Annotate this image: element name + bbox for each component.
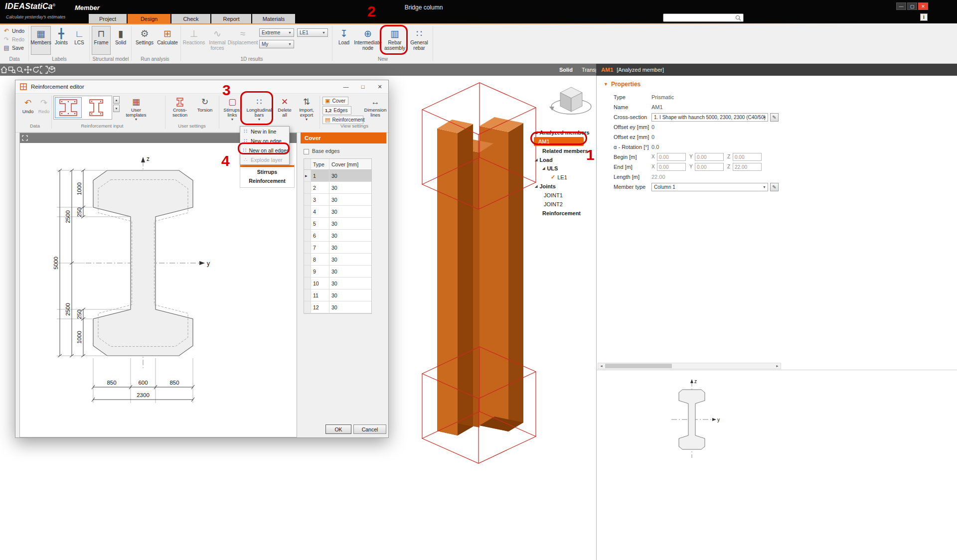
minimize-button[interactable]: — — [896, 2, 906, 10]
end-y-input[interactable]: 0.00 — [695, 163, 724, 171]
menu-item-explode-layer[interactable]: ∴Explode layer — [240, 155, 289, 164]
torsion-button[interactable]: ↻Torsion — [194, 95, 216, 122]
stirrups-links-button[interactable]: ▢Stirrups, links▼ — [221, 95, 244, 122]
begin-x-input[interactable]: 0.00 — [657, 153, 686, 161]
property-value[interactable]: 0 — [651, 124, 654, 130]
maximize-button[interactable]: ▢ — [907, 2, 917, 10]
template-scroll-down-button[interactable]: ▼ — [113, 105, 120, 112]
solid-view-icon-button[interactable] — [48, 64, 56, 76]
cover-table-row[interactable]: 530 — [304, 218, 371, 230]
view-mode-solid[interactable]: Solid — [559, 67, 573, 73]
edges-view-toggle[interactable]: 1,2Edges — [322, 106, 351, 115]
edit-member-type-button[interactable]: ✎ — [770, 183, 779, 191]
save-button[interactable]: ▤Save — [3, 44, 24, 51]
menu-item-new-on-all-edges[interactable]: ∷New on all edges — [240, 145, 289, 155]
cover-table-row[interactable]: 1030 — [304, 278, 371, 289]
dialog-redo-button[interactable]: ↷Redo — [36, 98, 51, 118]
scroll-right-arrow[interactable]: ► — [774, 364, 781, 368]
end-x-input[interactable]: 0.00 — [657, 163, 686, 171]
dimension-lines-button[interactable]: ↔Dimension lines — [364, 95, 386, 122]
tree-item-joint2[interactable]: JOINT2 — [544, 200, 563, 208]
tree-item-le1[interactable]: ✓LE1 — [551, 173, 567, 181]
cover-table-row[interactable]: 730 — [304, 242, 371, 254]
internal-forces-button[interactable]: ∿Internal forces — [206, 26, 229, 55]
member-type-dropdown[interactable]: Column 1▼ — [651, 183, 768, 191]
cancel-button[interactable]: Cancel — [353, 424, 386, 434]
tree-item-reinforcement[interactable]: Reinforcement — [542, 209, 581, 217]
tree-item-am1[interactable]: AM1 — [534, 137, 584, 146]
tab-report[interactable]: Report — [211, 14, 251, 23]
dialog-maximize-button[interactable]: □ — [354, 80, 371, 93]
intermediate-node-button[interactable]: ⊕Intermediate node — [354, 26, 382, 55]
cover-table-row[interactable]: 830 — [304, 254, 371, 266]
general-rebar-button[interactable]: ∷General rebar — [408, 26, 431, 55]
property-value[interactable]: 0 — [651, 134, 654, 140]
frame-button[interactable]: ⊓Frame — [92, 26, 111, 55]
properties-section-header[interactable]: ▼Properties — [604, 81, 640, 88]
tab-design[interactable]: Design — [128, 14, 170, 23]
search-box[interactable] — [663, 13, 744, 22]
close-button[interactable]: ✕ — [918, 2, 928, 10]
reinforcement-template-2[interactable] — [83, 97, 110, 118]
reinforcement-template-1[interactable] — [55, 97, 82, 118]
calculate-button[interactable]: ⊞Calculate — [156, 26, 179, 55]
cross-section-button[interactable]: Cross-section — [168, 95, 192, 122]
load-button[interactable]: ↧Load — [335, 26, 353, 55]
menu-item-new-on-edge[interactable]: ∷New on edge — [240, 136, 289, 145]
cover-table-row[interactable]: 430 — [304, 206, 371, 218]
settings-button[interactable]: ⚙Settings — [134, 26, 155, 55]
edit-cross-section-button[interactable]: ✎ — [770, 113, 779, 122]
template-scroll-up-button[interactable]: ▲ — [113, 96, 120, 104]
delete-all-button[interactable]: ✕Delete all — [275, 95, 295, 122]
navigation-cube[interactable] — [547, 81, 595, 127]
tree-item-joint1[interactable]: JOINT1 — [544, 191, 563, 199]
joints-button[interactable]: ╋Joints — [52, 26, 71, 55]
tree-item-analyzed-members[interactable]: ◢Analyzed members — [535, 128, 590, 137]
cover-table-row[interactable]: 1130 — [304, 289, 371, 301]
search-input[interactable] — [663, 14, 735, 21]
begin-z-input[interactable]: 0.00 — [733, 153, 762, 161]
info-button[interactable]: i — [920, 13, 928, 21]
dialog-close-button[interactable]: ✕ — [371, 80, 388, 93]
cover-view-toggle[interactable]: ▣Cover — [322, 97, 348, 105]
undo-button[interactable]: ↶Undo — [3, 27, 24, 34]
base-edges-checkbox[interactable] — [304, 149, 309, 154]
extreme-dropdown[interactable]: Extreme▼ — [259, 28, 294, 37]
tree-item-related-members[interactable]: Related members — [542, 146, 588, 155]
property-value[interactable]: 0.0 — [651, 144, 659, 150]
zoom-window-button[interactable] — [8, 64, 16, 76]
user-templates-button[interactable]: ▦User templates▼ — [122, 95, 150, 122]
dialog-title-bar[interactable]: Reinforcement editor — □ ✕ — [15, 80, 388, 94]
reactions-button[interactable]: ⊥Reactions — [183, 26, 205, 55]
ok-button[interactable]: OK — [325, 424, 351, 434]
my-dropdown[interactable]: My▼ — [259, 40, 294, 48]
cover-table-row[interactable]: 630 — [304, 230, 371, 242]
cover-table-row[interactable]: ▶130 — [304, 170, 371, 182]
zoom-button[interactable] — [16, 64, 24, 76]
members-button[interactable]: ▦Members — [31, 26, 51, 55]
cross-section-dropdown[interactable]: 1. I Shape with haunch 5000, 2300, 2300 … — [651, 113, 768, 122]
dialog-minimize-button[interactable]: — — [337, 80, 354, 93]
lcs-button[interactable]: ∟LCS — [71, 26, 88, 55]
longitudinal-bars-button[interactable]: ∷Longitudinal bars▼ — [245, 95, 274, 122]
cover-table-row[interactable]: 330 — [304, 194, 371, 206]
dialog-undo-button[interactable]: ↶Undo — [20, 98, 35, 118]
tab-check[interactable]: Check — [171, 14, 210, 23]
tree-item-load[interactable]: ◢Load — [535, 155, 553, 164]
pan-button[interactable] — [24, 64, 32, 76]
scroll-left-arrow[interactable]: ◄ — [598, 364, 605, 368]
begin-y-input[interactable]: 0.00 — [695, 153, 724, 161]
redo-button[interactable]: ↷Redo — [3, 35, 24, 43]
tab-materials[interactable]: Materials — [252, 14, 295, 23]
tree-item-uls[interactable]: ◢ULS — [542, 164, 558, 172]
zoom-fit-button[interactable] — [40, 64, 48, 76]
solid-button[interactable]: ▮Solid — [112, 26, 130, 55]
scrollbar-thumb[interactable] — [605, 364, 672, 368]
displacement-button[interactable]: ≈Displacement — [230, 26, 256, 55]
home-view-button[interactable] — [0, 64, 8, 76]
rebar-assembly-button[interactable]: ▥Rebar assembly — [383, 26, 407, 55]
cover-table-row[interactable]: 1230 — [304, 301, 371, 313]
cover-table-row[interactable]: 230 — [304, 182, 371, 194]
cover-table-row[interactable]: 930 — [304, 266, 371, 278]
import-export-button[interactable]: ⇅Import, export▼ — [296, 95, 318, 122]
